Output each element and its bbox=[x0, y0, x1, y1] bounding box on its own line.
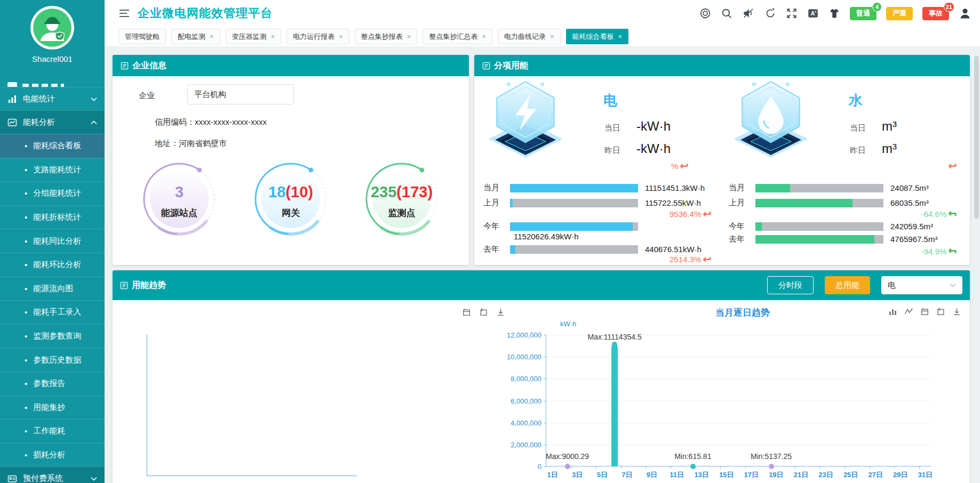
stat-energy-stations: 3 能源站点 bbox=[141, 161, 217, 237]
close-icon[interactable]: × bbox=[271, 33, 275, 40]
tab-bar: 管理驾驶舱 配电监测× 变压器监测× 电力运行报表× 整点集抄报表× 整点集抄汇… bbox=[105, 27, 980, 47]
sidebar-item-prepaid-system[interactable]: 预付费系统 bbox=[0, 466, 105, 483]
sidebar-item-group-energy[interactable]: 分组能耗统计 bbox=[0, 181, 105, 205]
trend-arrow-icon: ↩ bbox=[948, 208, 957, 219]
electric-month-percent: 9536.4%↩ bbox=[670, 208, 712, 219]
avatar[interactable] bbox=[30, 5, 75, 52]
electric-year-value: 11520626.49kW·h bbox=[514, 232, 578, 241]
electric-prev-month-row: 上月115722.55kW·h bbox=[483, 198, 718, 207]
tab-energy-dashboard[interactable]: 能耗综合看板× bbox=[566, 29, 629, 44]
trend-arrow-icon: ↩ bbox=[680, 160, 689, 171]
restore-icon[interactable] bbox=[479, 308, 488, 317]
tab-power-curve[interactable]: 电力曲线记录× bbox=[498, 29, 561, 44]
energy-type-select[interactable]: 电 bbox=[881, 276, 962, 294]
accident-count: 21 bbox=[944, 2, 954, 12]
mute-icon[interactable] bbox=[742, 7, 755, 19]
line-chart-type-icon[interactable] bbox=[904, 307, 913, 316]
progress-fill bbox=[510, 184, 638, 192]
sidebar-item-param-history[interactable]: 参数历史数据 bbox=[0, 348, 105, 372]
alarm-badge-accident[interactable]: 事故 21 bbox=[922, 7, 949, 20]
user-block: Shacrel001 bbox=[0, 0, 105, 75]
normal-count: 4 bbox=[872, 2, 882, 12]
credit-code-line: 信用编码：xxxx-xxxx-xxxx-xxxx bbox=[155, 117, 267, 127]
refresh-icon[interactable] bbox=[764, 7, 776, 19]
sidebar-item-work-energy[interactable]: 工作能耗 bbox=[0, 419, 105, 443]
sidebar-item-loss-analysis[interactable]: 损耗分析 bbox=[0, 443, 105, 467]
tab-hourly-summary[interactable]: 整点集抄汇总表× bbox=[423, 29, 492, 44]
left-chart-x-axis bbox=[147, 476, 357, 476]
panel-list-icon bbox=[121, 62, 129, 70]
sidebar-item-param-report[interactable]: 参数报告 bbox=[0, 372, 105, 396]
topbar: 企业微电网能效管理平台 Ax 普通 4 严重 事故 21 bbox=[105, 0, 980, 27]
tab-power-distribution[interactable]: 配电监测× bbox=[171, 29, 220, 44]
close-icon[interactable]: × bbox=[407, 33, 411, 40]
download-icon[interactable] bbox=[952, 307, 961, 316]
sidebar-item-mom-analysis[interactable]: 能耗环比分析 bbox=[0, 253, 105, 277]
tab-dashboard[interactable]: 管理驾驶舱 bbox=[118, 29, 166, 44]
sidebar-item-energy-flow[interactable]: 能源流向图 bbox=[0, 277, 105, 301]
sidebar-item-param-query[interactable]: 监测参数查询 bbox=[0, 324, 105, 348]
sidebar-item-clipped[interactable] bbox=[0, 77, 105, 87]
electric-day-percent: %↩ bbox=[671, 160, 689, 171]
progress-fill bbox=[510, 222, 633, 231]
bar-chart-type-icon[interactable] bbox=[888, 307, 897, 316]
interval-button[interactable]: 分时段 bbox=[767, 276, 814, 294]
fullscreen-icon[interactable] bbox=[786, 7, 798, 19]
download-icon[interactable] bbox=[496, 308, 505, 317]
worker-avatar-icon bbox=[30, 5, 75, 50]
company-input[interactable]: 平台机构 bbox=[187, 84, 294, 104]
page-title: 企业微电网能效管理平台 bbox=[138, 5, 273, 21]
clipped-menu-label bbox=[22, 84, 64, 87]
user-icon[interactable] bbox=[959, 7, 971, 20]
electric-section: 电 当日-kW·h 昨日-kW·h %↩ 当月11151451.3kW·h 上月… bbox=[483, 76, 718, 265]
translate-icon[interactable]: Ax bbox=[807, 7, 819, 19]
close-icon[interactable]: × bbox=[618, 33, 623, 40]
sidebar-item-energy-analysis[interactable]: 能耗分析 bbox=[0, 110, 105, 134]
bar-chart-icon bbox=[7, 94, 17, 104]
energy-analysis-submenu: 能耗综合看板 支路能耗统计 分组能耗统计 能耗折标统计 能耗同比分析 能耗环比分… bbox=[0, 134, 105, 466]
panel-list-icon bbox=[120, 281, 128, 289]
close-icon[interactable]: × bbox=[339, 33, 343, 40]
trend-arrow-icon: ↩ bbox=[703, 208, 712, 219]
close-icon[interactable]: × bbox=[550, 33, 554, 40]
sidebar-item-energy-dashboard[interactable]: 能耗综合看板 bbox=[0, 134, 105, 158]
left-chart-y-axis bbox=[147, 335, 147, 476]
sidebar-item-energy-standard[interactable]: 能耗折标统计 bbox=[0, 205, 105, 229]
alarm-badge-severe[interactable]: 严重 bbox=[886, 7, 913, 20]
progress-fill bbox=[510, 245, 515, 254]
panel-list-icon bbox=[482, 62, 490, 70]
sidebar-item-manual-entry[interactable]: 能耗手工录入 bbox=[0, 300, 105, 324]
sidebar-item-branch-energy[interactable]: 支路能耗统计 bbox=[0, 158, 105, 182]
total-energy-button[interactable]: 总用能 bbox=[825, 276, 870, 294]
trend-panel-header: 用能趋势 分时段 总用能 电 bbox=[113, 270, 970, 300]
tab-hourly-report[interactable]: 整点集抄报表× bbox=[355, 29, 418, 44]
theme-shirt-icon[interactable] bbox=[828, 7, 840, 19]
progress-fill bbox=[755, 199, 852, 207]
alarm-badge-normal[interactable]: 普通 4 bbox=[850, 7, 877, 20]
water-day-percent: ↩ bbox=[946, 160, 957, 171]
energy-breakdown-panel: 分项用能 bbox=[474, 55, 970, 265]
water-today-row: 当日m³ bbox=[850, 119, 897, 134]
data-view-icon[interactable] bbox=[920, 307, 929, 316]
target-icon[interactable] bbox=[699, 7, 711, 19]
electric-today-row: 当日-kW·h bbox=[604, 119, 671, 134]
progress-fill bbox=[755, 235, 874, 244]
trend-panel-body: 当月逐日趋势 kW·h 12,000,00010,000,0008,000,00… bbox=[113, 300, 970, 483]
menu-toggle-icon[interactable] bbox=[118, 9, 130, 18]
water-month-percent: -64.6%↩ bbox=[921, 208, 957, 219]
close-icon[interactable]: × bbox=[482, 33, 486, 40]
water-prev-year-row: 去年4765967.5m³ bbox=[729, 235, 963, 244]
page-scrollbar-thumb[interactable] bbox=[974, 56, 979, 219]
sidebar-item-power-stats[interactable]: 电能统计 bbox=[0, 87, 105, 110]
close-icon[interactable]: × bbox=[210, 33, 214, 40]
tab-transformer[interactable]: 变压器监测× bbox=[226, 29, 282, 44]
tab-power-report[interactable]: 电力运行报表× bbox=[286, 29, 349, 44]
search-icon[interactable] bbox=[721, 7, 732, 19]
electric-year-row: 今年 bbox=[483, 222, 718, 231]
restore-icon[interactable] bbox=[936, 307, 945, 316]
sidebar-item-yoy-analysis[interactable]: 能耗同比分析 bbox=[0, 229, 105, 253]
water-title: 水 bbox=[849, 91, 863, 110]
chevron-down-icon bbox=[91, 97, 97, 101]
sidebar-item-meter-reading[interactable]: 用能集抄 bbox=[0, 396, 105, 420]
data-view-icon[interactable] bbox=[462, 308, 471, 317]
